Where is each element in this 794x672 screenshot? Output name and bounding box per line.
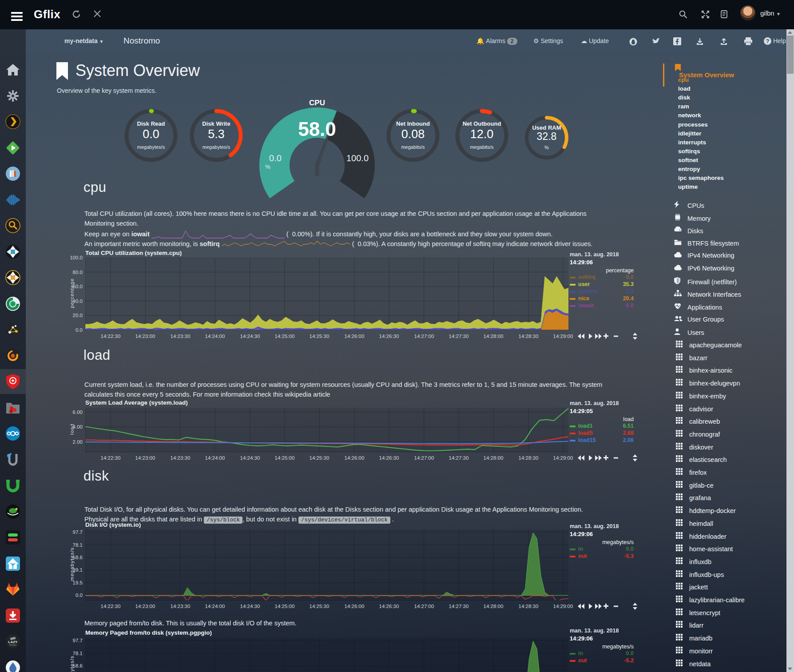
menu-container-binhex-airsonic[interactable]: binhex-airsonic	[676, 366, 733, 374]
hamburger-menu-icon[interactable]	[11, 10, 23, 23]
sidebar-app-downloads-folder[interactable]	[0, 395, 26, 420]
menu-section-user-groups[interactable]: User Groups	[674, 315, 724, 323]
chart-toolbar-load[interactable]	[577, 454, 622, 461]
menu-section-users[interactable]: Users	[674, 328, 704, 336]
menu-container-calibreweb[interactable]: calibreweb	[676, 417, 720, 425]
legend-load5[interactable]: load52.68	[570, 430, 634, 436]
legend-load15[interactable]: load152.06	[570, 437, 634, 443]
sidebar-app-lazylibrarian[interactable]: LAZYlibrarian	[0, 629, 26, 654]
chart-toolbar-disk[interactable]	[577, 603, 622, 610]
legend-in[interactable]: in0.0	[570, 650, 634, 656]
menu-container-chronograf[interactable]: chronograf	[676, 430, 720, 438]
menu-container-cadvisor[interactable]: cadvisor	[676, 405, 713, 413]
chart-pgpgio[interactable]	[85, 638, 568, 672]
menu-container-hiddenloader[interactable]: hiddenloader	[676, 532, 727, 540]
menu-container-diskover[interactable]: diskover	[676, 443, 713, 451]
sidebar-app-node-graph[interactable]	[0, 317, 26, 342]
chart-toolbar-cpu[interactable]	[577, 333, 622, 340]
menu-section-applications[interactable]: Applications	[674, 303, 722, 311]
sidebar-app-shield-red[interactable]	[0, 369, 26, 394]
sidebar-app-grafana[interactable]	[0, 343, 26, 368]
help-button[interactable]: ? Help	[764, 37, 786, 45]
legend-out[interactable]: out-5.3	[570, 553, 634, 559]
menu-item-processes[interactable]: processes	[678, 121, 708, 128]
sidebar-app-nextcloud[interactable]	[0, 421, 26, 446]
refresh-icon[interactable]	[71, 9, 82, 20]
menu-section-network-interfaces[interactable]: Network Interfaces	[674, 290, 741, 298]
alarms-button[interactable]: 🔔 Alarms 2	[476, 37, 517, 45]
menu-container-binhex-emby[interactable]: binhex-emby	[676, 392, 726, 400]
scroll-up-arrow[interactable]	[788, 31, 792, 34]
upload-icon[interactable]	[719, 37, 728, 46]
menu-item-load[interactable]: load	[678, 85, 691, 92]
scroll-down-arrow[interactable]	[788, 668, 792, 670]
menu-item-disk[interactable]: disk	[678, 94, 690, 101]
menu-container-lidarr[interactable]: lidarr	[676, 621, 703, 629]
menu-container-firefox[interactable]: firefox	[676, 468, 707, 476]
menu-container-lazylibrarian-calibre[interactable]: lazylibrarian-calibre	[676, 596, 745, 604]
github-icon[interactable]	[629, 37, 638, 46]
menu-container-netdata[interactable]: netdata	[676, 660, 711, 668]
menu-section-memory[interactable]: Memory	[674, 214, 711, 222]
menu-container-gitlab-ce[interactable]: gitlab-ce	[676, 481, 714, 489]
facebook-icon[interactable]	[673, 37, 681, 45]
menu-container-grafana[interactable]: grafana	[676, 493, 711, 501]
menu-container-elasticsearch[interactable]: elasticsearch	[676, 455, 727, 463]
menu-container-monitorr[interactable]: monitorr	[676, 647, 713, 655]
sidebar-app-jackett-search[interactable]	[0, 213, 26, 238]
user-avatar[interactable]	[740, 5, 755, 20]
menu-container-heimdall[interactable]: heimdall	[676, 519, 713, 527]
menu-item-softnet[interactable]: softnet	[678, 157, 698, 163]
menu-container-influxdb-ups[interactable]: influxdb-ups	[676, 570, 724, 578]
menu-container-jackett[interactable]: jackett	[676, 583, 708, 591]
legend-softirq[interactable]: softirq0.0	[570, 274, 634, 280]
menu-section-ipv6-networking[interactable]: IPv6 Networking	[674, 265, 734, 272]
sidebar-app-monitorr[interactable]	[0, 525, 26, 550]
menu-item-network[interactable]: network	[678, 112, 701, 119]
menu-container-hddtemp-docker[interactable]: hddtemp-docker	[676, 506, 736, 514]
legend-out[interactable]: out-5.2	[570, 657, 634, 664]
scrollbar-thumb[interactable]	[787, 36, 794, 74]
menu-item-entropy[interactable]: entropy	[678, 166, 700, 172]
menu-container-letsencrypt[interactable]: letsencrypt	[676, 608, 720, 616]
sidebar-app-ubooquity[interactable]	[0, 447, 26, 472]
search-icon[interactable]	[679, 10, 688, 19]
sidebar-app-pinwheel-orange[interactable]	[0, 265, 26, 290]
sidebar-app-pinwheel-blue[interactable]	[0, 239, 26, 264]
sidebar-app-turtle[interactable]	[0, 499, 26, 524]
menu-container-apacheguacamole[interactable]: apacheguacamole	[676, 341, 742, 349]
menu-item-idlejitter[interactable]: idlejitter	[678, 130, 702, 137]
fullscreen-icon[interactable]	[701, 10, 710, 19]
menu-container-bazarr[interactable]: bazarr	[676, 354, 707, 362]
sidebar-app-deluge-drop[interactable]	[0, 655, 26, 672]
sidebar-app-settings[interactable]	[0, 84, 26, 108]
menu-item-ram[interactable]: ram	[678, 103, 689, 110]
menu-item-softirqs[interactable]: softirqs	[678, 148, 700, 155]
page-scrollbar[interactable]	[786, 29, 794, 672]
server-dropdown[interactable]: my-netdata ▼	[64, 37, 103, 44]
sidebar-app-youtube-dl[interactable]	[0, 603, 26, 628]
sidebar-app-home[interactable]	[0, 57, 26, 82]
menu-container-home-assistant[interactable]: home-assistant	[676, 545, 733, 553]
close-icon[interactable]	[92, 9, 102, 19]
chart-resize-handle[interactable]	[632, 333, 638, 340]
menu-container-influxdb[interactable]: influxdb	[676, 557, 711, 565]
menu-section-cpus[interactable]: CPUs	[674, 201, 704, 209]
menu-item-ipc-semaphores[interactable]: ipc semaphores	[678, 175, 724, 181]
menu-section-disks[interactable]: Disks	[674, 226, 703, 235]
menu-item-cpu[interactable]: cpu	[678, 76, 689, 83]
sidebar-app-emby[interactable]	[0, 135, 26, 160]
changelog-icon[interactable]	[720, 10, 729, 19]
sidebar-app-magnet-green[interactable]	[0, 473, 26, 498]
sidebar-app-library-books[interactable]	[0, 161, 26, 186]
chart-cpu[interactable]	[85, 258, 568, 330]
legend-nice[interactable]: nice20.4	[570, 295, 634, 302]
chart-load[interactable]	[85, 408, 568, 452]
chart-resize-handle[interactable]	[632, 603, 638, 610]
sidebar-app-home-assistant[interactable]	[0, 551, 26, 576]
legend-system[interactable]: system2.3	[570, 288, 634, 294]
download-icon[interactable]	[695, 37, 704, 46]
chart-disk[interactable]	[85, 529, 568, 600]
sidebar-app-airsonic-waveform[interactable]	[0, 187, 26, 212]
settings-button[interactable]: ⚙ Settings	[533, 37, 563, 44]
